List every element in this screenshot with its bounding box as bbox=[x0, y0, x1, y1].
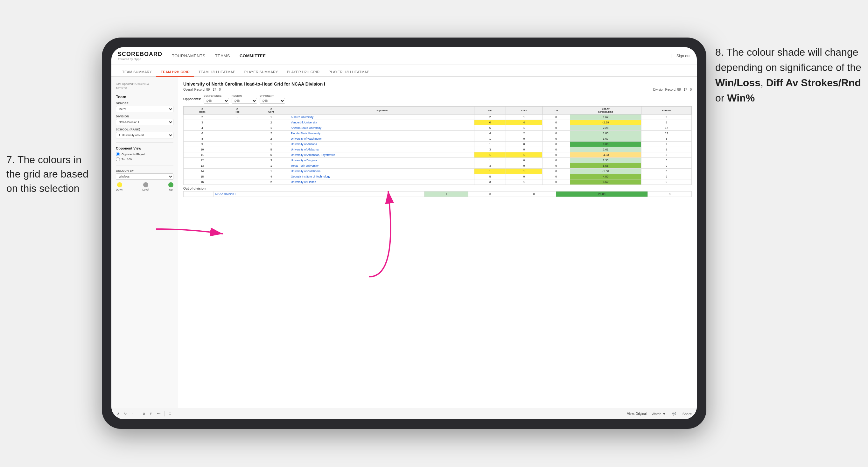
cell-loss: 1 bbox=[506, 115, 542, 120]
logo-area: SCOREBOARD Powered by clippd bbox=[118, 51, 162, 61]
nav-links: TOURNAMENTS TEAMS COMMITTEE bbox=[172, 52, 671, 60]
cell-reg: - bbox=[221, 125, 253, 131]
bold-win-pct: Win% bbox=[727, 92, 755, 104]
main-content: Last Updated: 27/03/2024 16:55:38 Team G… bbox=[111, 77, 697, 408]
tab-player-summary[interactable]: PLAYER SUMMARY bbox=[240, 67, 283, 77]
copy-btn[interactable]: ⧉ bbox=[142, 411, 146, 416]
cell-win: 2 bbox=[474, 115, 506, 120]
cell-diff: 9.00 bbox=[570, 142, 642, 147]
cell-conf: 1 bbox=[253, 142, 289, 147]
cell-conf: 1 bbox=[253, 163, 289, 168]
tablet-frame: SCOREBOARD Powered by clippd TOURNAMENTS… bbox=[102, 37, 706, 429]
dots-btn[interactable]: ••• bbox=[156, 411, 162, 416]
table-row: 2 - 1 Auburn University 2 1 0 1.67 9 bbox=[184, 115, 692, 120]
cell-rounds: 3 bbox=[642, 152, 692, 158]
sign-out[interactable]: Sign out bbox=[671, 54, 690, 58]
clock-btn[interactable]: ⏱ bbox=[167, 411, 173, 416]
share-btn[interactable]: Share bbox=[681, 411, 693, 416]
division-label: Division bbox=[116, 115, 174, 118]
opponent-select[interactable]: (All) bbox=[260, 98, 285, 104]
cell-rank: 15 bbox=[184, 174, 221, 179]
table-row: 14 1 University of Oklahoma 1 1 0 -1.00 … bbox=[184, 168, 692, 174]
back-btn[interactable]: ← bbox=[130, 411, 136, 416]
cell-tie: 0 bbox=[542, 179, 570, 185]
cell-rank: 13 bbox=[184, 163, 221, 168]
school-select[interactable]: 1. University of Nort... bbox=[116, 132, 174, 138]
tab-team-h2h-grid[interactable]: TEAM H2H GRID bbox=[156, 67, 194, 77]
sub-nav: TEAM SUMMARY TEAM H2H GRID TEAM H2H HEAT… bbox=[111, 65, 697, 77]
cell-reg bbox=[221, 152, 253, 158]
cell-loss: 0 bbox=[506, 142, 542, 147]
tab-team-summary[interactable]: TEAM SUMMARY bbox=[118, 67, 156, 77]
conference-select[interactable]: (All) bbox=[204, 98, 229, 104]
cell-rank: 16 bbox=[184, 179, 221, 185]
cell-tie: 0 bbox=[542, 131, 570, 136]
annotation-right: 8. The colour shade will change dependin… bbox=[715, 44, 862, 105]
cell-win: 3 bbox=[474, 179, 506, 185]
out-of-division-table: NCAA Division II 1 0 0 26.00 3 bbox=[183, 191, 692, 197]
legend-dot-up bbox=[168, 182, 174, 187]
radio-top100[interactable]: Top 100 bbox=[116, 157, 174, 161]
cell-loss: 0 bbox=[506, 174, 542, 179]
colour-by-select[interactable]: Win/loss bbox=[116, 174, 174, 180]
nav-teams[interactable]: TEAMS bbox=[215, 52, 230, 60]
cell-reg bbox=[221, 147, 253, 152]
cell-win: 1 bbox=[474, 168, 506, 174]
legend-dot-level bbox=[143, 182, 148, 187]
cell-diff: -1.00 bbox=[570, 168, 642, 174]
comment-btn[interactable]: 💬 bbox=[671, 411, 677, 416]
cell-reg bbox=[221, 142, 253, 147]
cell-conf: 4 bbox=[253, 174, 289, 179]
nav-committee[interactable]: COMMITTEE bbox=[240, 52, 266, 60]
out-of-division-row: NCAA Division II 1 0 0 26.00 3 bbox=[184, 191, 692, 197]
tab-player-h2h-grid[interactable]: PLAYER H2H GRID bbox=[283, 67, 324, 77]
col-rank: #Rank bbox=[184, 106, 221, 115]
cell-out-diff: 26.00 bbox=[556, 191, 648, 197]
cell-out-win: 1 bbox=[425, 191, 468, 197]
undo-btn[interactable]: ↺ bbox=[115, 411, 120, 416]
overall-record: Overall Record: 89 - 17 - 0 bbox=[183, 88, 221, 91]
watch-btn[interactable]: Watch ▼ bbox=[650, 411, 667, 416]
filter-conference: Conference (All) bbox=[204, 94, 229, 104]
region-select[interactable]: (All) bbox=[231, 98, 257, 104]
table-row: 15 4 Georgia Institute of Technology 5 0… bbox=[184, 174, 692, 179]
cell-rounds: 8 bbox=[642, 147, 692, 152]
cell-rounds: 3 bbox=[642, 168, 692, 174]
cell-conf: 1 bbox=[253, 125, 289, 131]
redo-btn[interactable]: ↻ bbox=[123, 411, 128, 416]
cell-rounds: 9 bbox=[642, 115, 692, 120]
cell-conf: 1 bbox=[253, 168, 289, 174]
paste-btn[interactable]: ⎘ bbox=[149, 411, 153, 416]
col-conf: #Conf bbox=[253, 106, 289, 115]
legend-up: Up bbox=[168, 182, 174, 191]
bottom-toolbar: ↺ ↻ ← ⧉ ⎘ ••• ⏱ View: Original Watch ▼ 💬… bbox=[111, 408, 697, 419]
tab-team-h2h-heatmap[interactable]: TEAM H2H HEATMAP bbox=[194, 67, 240, 77]
tablet-screen: SCOREBOARD Powered by clippd TOURNAMENTS… bbox=[111, 47, 697, 419]
cell-win: 5 bbox=[474, 174, 506, 179]
cell-loss: 0 bbox=[506, 158, 542, 163]
cell-rank: 8 bbox=[184, 136, 221, 142]
radio-opponents-played[interactable]: Opponents Played bbox=[116, 152, 174, 156]
tab-player-h2h-heatmap[interactable]: PLAYER H2H HEATMAP bbox=[324, 67, 374, 77]
cell-opponent: Georgia Institute of Technology bbox=[289, 174, 474, 179]
grid-area: University of North Carolina Head-to-Hea… bbox=[178, 77, 697, 408]
cell-win: 3 bbox=[474, 147, 506, 152]
cell-loss: 1 bbox=[506, 152, 542, 158]
cell-conf: 2 bbox=[253, 136, 289, 142]
cell-rounds: 12 bbox=[642, 131, 692, 136]
cell-tie: 0 bbox=[542, 125, 570, 131]
cell-loss: 1 bbox=[506, 179, 542, 185]
division-select[interactable]: NCAA Division I bbox=[116, 119, 174, 125]
cell-tie: 0 bbox=[542, 174, 570, 179]
col-reg: #Reg bbox=[221, 106, 253, 115]
gender-select[interactable]: Men's bbox=[116, 106, 174, 112]
sidebar-divider-1 bbox=[116, 142, 174, 143]
cell-diff: -2.29 bbox=[570, 120, 642, 125]
nav-tournaments[interactable]: TOURNAMENTS bbox=[172, 52, 206, 60]
cell-opponent: University of Arkansas, Fayetteville bbox=[289, 152, 474, 158]
cell-win: 4 bbox=[474, 131, 506, 136]
cell-reg bbox=[221, 174, 253, 179]
cell-loss: 0 bbox=[506, 163, 542, 168]
cell-rank: 12 bbox=[184, 158, 221, 163]
toolbar-sep-1 bbox=[139, 411, 139, 416]
